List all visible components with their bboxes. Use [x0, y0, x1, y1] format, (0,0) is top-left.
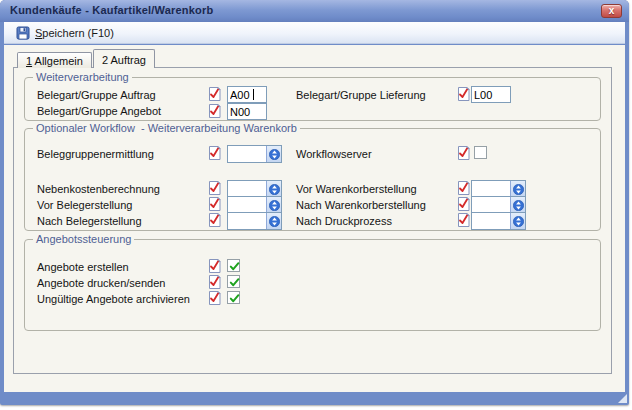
dialog-window: Kundenkäufe - Kaufartikel/Warenkorb x Sp…	[0, 0, 629, 405]
floppy-disk-icon	[16, 26, 30, 40]
vor-warenkorberstellung-label: Vor Warenkorberstellung	[296, 183, 417, 195]
group-angebotssteuerung: Angebotssteuerung Angebote erstellen Ang…	[24, 239, 601, 331]
angebote-drucken-label: Angebote drucken/senden	[37, 277, 165, 289]
close-button[interactable]: x	[601, 4, 622, 18]
workflowserver-label: Workflowserver	[296, 148, 372, 160]
vor-belegerstellung-input[interactable]	[228, 197, 266, 213]
validate-icon[interactable]	[207, 274, 222, 290]
nach-belegerstellung-label: Nach Belegerstellung	[37, 215, 142, 227]
validate-icon[interactable]	[207, 145, 222, 161]
beleggruppenermittlung-label: Beleggruppenermittlung	[37, 148, 154, 160]
window-title: Kundenkäufe - Kaufartikel/Warenkorb	[10, 4, 213, 16]
nebenkostenberechnung-label: Nebenkostenberechnung	[37, 183, 160, 195]
nach-belegerstellung-combo[interactable]	[227, 212, 282, 230]
beleggruppenermittlung-combo[interactable]	[227, 145, 282, 163]
toolbar: Speichern (F10)	[4, 22, 625, 44]
validate-icon[interactable]	[207, 180, 222, 196]
belegart-auftrag-label: Belegart/Gruppe Auftrag	[37, 89, 156, 101]
group-title: Angebotssteuerung	[33, 233, 134, 245]
validate-icon[interactable]	[207, 290, 222, 306]
spinner-button[interactable]	[510, 197, 525, 213]
angebote-erstellen-label: Angebote erstellen	[37, 261, 129, 273]
belegart-angebot-label: Belegart/Gruppe Angebot	[37, 105, 161, 117]
belegart-lieferung-label: Belegart/Gruppe Lieferung	[296, 89, 426, 101]
save-button-label: Speichern (F10)	[35, 27, 114, 39]
tab-bar: 1 Allgemein 2 Auftrag	[17, 49, 155, 68]
resize-grip[interactable]	[618, 394, 627, 403]
angebote-erstellen-checkbox[interactable]	[227, 259, 240, 272]
validate-icon[interactable]	[207, 196, 222, 212]
belegart-lieferung-input[interactable]	[471, 86, 511, 103]
save-button[interactable]: Speichern (F10)	[9, 23, 121, 43]
beleggruppenermittlung-input[interactable]	[228, 146, 266, 162]
validate-icon[interactable]	[456, 196, 471, 212]
nach-druckprozess-input[interactable]	[472, 213, 510, 229]
nebenkostenberechnung-input[interactable]	[228, 181, 266, 197]
nach-warenkorberstellung-label: Nach Warenkorberstellung	[296, 199, 426, 211]
group-weiterverarbeitung: Weiterverarbeitung Belegart/Gruppe Auftr…	[24, 77, 601, 121]
angebote-drucken-checkbox[interactable]	[227, 275, 240, 288]
nach-druckprozess-combo[interactable]	[471, 212, 526, 230]
spinner-button[interactable]	[510, 181, 525, 197]
nach-belegerstellung-input[interactable]	[228, 213, 266, 229]
angebote-archivieren-label: Ungültige Angebote archivieren	[37, 293, 190, 305]
spinner-button[interactable]	[266, 146, 281, 162]
tab-allgemein[interactable]: 1 Allgemein	[17, 52, 92, 68]
group-title: Weiterverarbeitung	[33, 71, 132, 83]
nach-warenkorberstellung-input[interactable]	[472, 197, 510, 213]
validate-icon[interactable]	[456, 145, 471, 161]
tab-auftrag[interactable]: 2 Auftrag	[93, 49, 155, 68]
angebote-archivieren-checkbox[interactable]	[227, 291, 240, 304]
text-caret	[253, 89, 254, 100]
workflowserver-checkbox[interactable]	[474, 146, 487, 159]
belegart-auftrag-input[interactable]	[227, 86, 267, 103]
dialog-content: 1 Allgemein 2 Auftrag Weiterverarbeitung…	[4, 45, 625, 392]
spinner-button[interactable]	[266, 181, 281, 197]
nach-druckprozess-label: Nach Druckprozess	[296, 215, 392, 227]
group-title: Optionaler Workflow - Weiterverarbeitung…	[33, 122, 300, 134]
validate-icon[interactable]	[207, 86, 222, 102]
spinner-button[interactable]	[266, 197, 281, 213]
validate-icon[interactable]	[207, 212, 222, 228]
title-bar[interactable]: Kundenkäufe - Kaufartikel/Warenkorb x	[0, 0, 629, 22]
spinner-button[interactable]	[510, 213, 525, 229]
validate-icon[interactable]	[456, 212, 471, 228]
vor-warenkorberstellung-input[interactable]	[472, 181, 510, 197]
validate-icon[interactable]	[456, 86, 471, 102]
spinner-button[interactable]	[266, 213, 281, 229]
validate-icon[interactable]	[207, 103, 222, 119]
belegart-angebot-input[interactable]	[227, 103, 267, 120]
vor-belegerstellung-label: Vor Belegerstellung	[37, 199, 132, 211]
validate-icon[interactable]	[456, 180, 471, 196]
tab-page-auftrag: Weiterverarbeitung Belegart/Gruppe Auftr…	[13, 67, 612, 374]
validate-icon[interactable]	[207, 258, 222, 274]
group-workflow: Optionaler Workflow - Weiterverarbeitung…	[24, 128, 601, 231]
